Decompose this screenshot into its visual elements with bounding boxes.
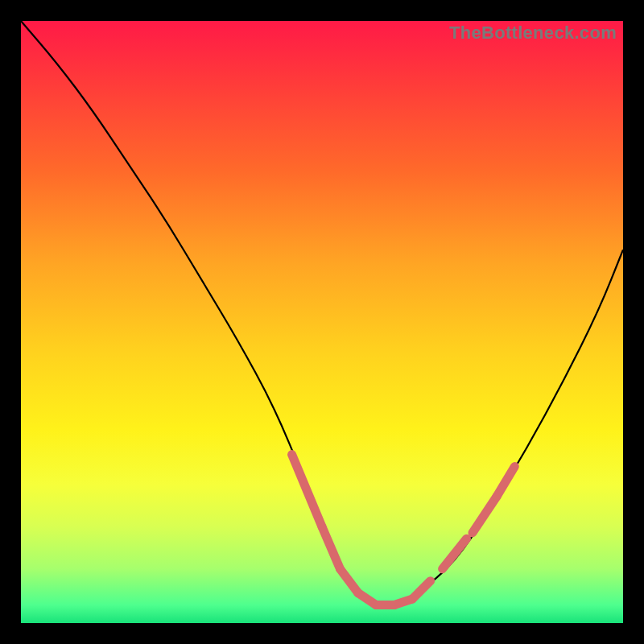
curve-dash-segment bbox=[322, 526, 340, 568]
curve-dash-segment bbox=[412, 581, 430, 599]
curve-dash-segment bbox=[340, 569, 357, 593]
curve-dash-segment bbox=[292, 455, 322, 527]
dash-group bbox=[292, 455, 515, 605]
curve-dash-segment bbox=[443, 539, 467, 568]
curve-dash-segment bbox=[473, 497, 497, 533]
bottleneck-curve bbox=[21, 21, 623, 623]
curve-dash-segment bbox=[497, 467, 514, 497]
chart-plot-area: TheBottleneck.com bbox=[21, 21, 623, 623]
